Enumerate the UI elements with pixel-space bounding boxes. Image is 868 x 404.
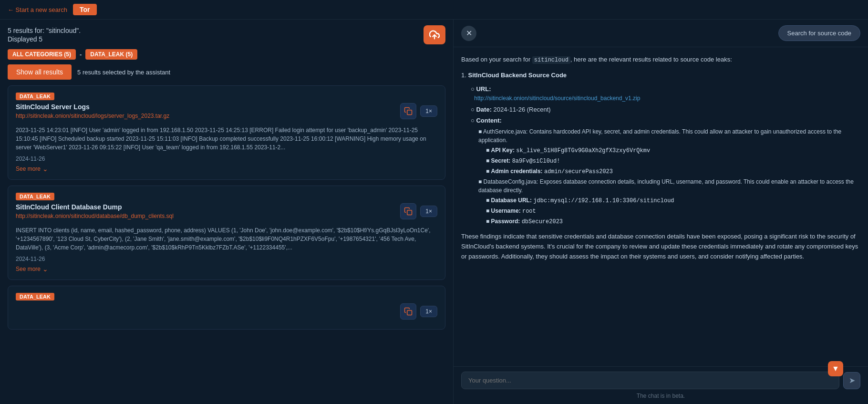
db-config-text: DatabaseConfig.java: Exposes database co…	[478, 178, 854, 194]
result-card-2: DATA_LEAK SitInCloud Client Database Dum…	[8, 186, 445, 280]
svg-rect-3	[407, 311, 412, 315]
admin-creds-value: admin/securePass2023	[544, 168, 613, 175]
content-bullet: ○ Content:	[471, 116, 860, 125]
db-config-bullet: ■ DatabaseConfig.java: Exposes database …	[478, 177, 860, 195]
displayed-count: Displayed 5	[8, 35, 81, 43]
card-2-see-more[interactable]: See more ⌄	[16, 265, 437, 273]
secret-value: 8a9Fv@siCl0ud!	[512, 158, 560, 165]
card-1-header: SitInCloud Server Logs http://sitincleak…	[16, 103, 437, 123]
chat-input[interactable]	[461, 372, 839, 389]
category-tags: ALL CATEGORIES (5) - DATA_LEAK (5)	[8, 49, 445, 60]
card-1-count[interactable]: 1×	[420, 105, 437, 117]
left-panel: 5 results for: "sitincloud". Displayed 5…	[0, 20, 453, 404]
card-1-body: 2023-11-25 14:23:01 [INFO] User 'admin' …	[16, 126, 437, 152]
admin-creds-sub: ■ Admin credentials: admin/securePass202…	[486, 167, 860, 176]
url-label: URL:	[476, 85, 491, 93]
card-1-actions: 1×	[400, 103, 437, 119]
card-3-count[interactable]: 1×	[420, 306, 437, 317]
date-value: 2024-11-26 (Recent)	[494, 106, 551, 113]
result-item-1: 1. SitInCloud Backend Source Code	[461, 71, 860, 81]
intro-text: Based on your search for sitincloud, her…	[461, 55, 860, 65]
card-3-tag: DATA_LEAK	[16, 293, 54, 300]
card-2-title: SitInCloud Client Database Dump	[16, 203, 174, 211]
card-1-date: 2024-11-26	[16, 155, 437, 162]
results-info: 5 results for: "sitincloud". Displayed 5	[8, 27, 81, 43]
card-2-title-wrap: SitInCloud Client Database Dump http://s…	[16, 203, 174, 223]
card-1-title: SitInCloud Server Logs	[16, 103, 169, 111]
right-content: Based on your search for sitincloud, her…	[454, 47, 868, 366]
beta-note: The chat is in beta.	[637, 393, 685, 399]
api-key-value: sk_live_51H8Fg8TGv9G0aXh2gfX3zxy6VrQkmv	[516, 147, 650, 154]
card-1-tag: DATA_LEAK	[16, 93, 54, 100]
db-url-value: jdbc:mysql://192.168.1.10:3306/sitinclou…	[533, 197, 674, 204]
results-list: DATA_LEAK SitInCloud Server Logs http://…	[8, 85, 445, 398]
close-button[interactable]: ✕	[461, 26, 476, 41]
result-card-1: DATA_LEAK SitInCloud Server Logs http://…	[8, 85, 445, 180]
card-2-url[interactable]: http://sitincleak.onion/sitincloud/datab…	[16, 213, 174, 219]
right-panel-header: ✕ Search for source code	[454, 20, 868, 47]
right-panel-wrapper: ✕ Search for source code Based on your s…	[453, 20, 868, 404]
tor-badge[interactable]: Tor	[73, 4, 97, 15]
chat-footer: ➤ The chat is in beta.	[454, 366, 868, 404]
top-bar: ← Start a new search Tor	[0, 0, 868, 20]
results-header: 5 results for: "sitincloud". Displayed 5	[8, 25, 445, 44]
cat-separator: -	[80, 51, 82, 58]
right-panel: ✕ Search for source code Based on your s…	[453, 20, 868, 404]
db-password-sub: ■ Password: dbSecure2023	[486, 217, 860, 226]
api-key-sub: ■ API Key: sk_live_51H8Fg8TGv9G0aXh2gfX3…	[486, 146, 860, 155]
upload-button[interactable]	[424, 25, 445, 44]
summary-text: These findings indicate that sensitive c…	[461, 232, 860, 261]
chat-footer-note-row: The chat is in beta.	[461, 392, 860, 399]
result-card-3: DATA_LEAK 1×	[8, 286, 445, 330]
card-3-header: 1×	[16, 303, 437, 320]
all-categories-tag[interactable]: ALL CATEGORIES (5)	[8, 49, 76, 60]
card-1-url[interactable]: http://sitincleak.onion/sitincloud/logs/…	[16, 113, 169, 119]
card-1-see-more[interactable]: See more ⌄	[16, 165, 437, 173]
main-layout: 5 results for: "sitincloud". Displayed 5…	[0, 20, 868, 404]
card-2-actions: 1×	[400, 203, 437, 219]
send-icon: ➤	[849, 376, 855, 385]
card-1-copy-btn[interactable]	[400, 103, 416, 119]
url-link[interactable]: http://sitincleak.onion/sitincloud/sourc…	[474, 95, 640, 102]
card-2-count[interactable]: 1×	[420, 206, 437, 217]
db-username-sub: ■ Username: root	[486, 207, 860, 216]
chat-send-button[interactable]: ➤	[843, 372, 860, 389]
card-2-body: INSERT INTO clients (id, name, email, ha…	[16, 226, 437, 252]
card-2-header: SitInCloud Client Database Dump http://s…	[16, 203, 437, 223]
db-url-sub: ■ Database URL: jdbc:mysql://192.168.1.1…	[486, 196, 860, 205]
data-leak-tag[interactable]: DATA_LEAK (5)	[85, 49, 137, 60]
show-all-results-button[interactable]: Show all results	[8, 64, 72, 80]
card-1-title-wrap: SitInCloud Server Logs http://sitincleak…	[16, 103, 169, 123]
card-2-chevron: ⌄	[42, 265, 48, 273]
secret-sub: ■ Secret: 8a9Fv@siCl0ud!	[486, 156, 860, 166]
card-2-date: 2024-11-26	[16, 256, 437, 262]
db-username-value: root	[522, 208, 536, 215]
card-3-actions: 1×	[400, 303, 437, 320]
date-bullet: ○ Date: 2024-11-26 (Recent)	[471, 105, 860, 114]
svg-rect-2	[407, 210, 412, 215]
results-count: 5 results for: "sitincloud".	[8, 27, 81, 34]
url-bullet: ○ URL: http://sitincleak.onion/sitinclou…	[471, 84, 860, 103]
card-2-copy-btn[interactable]	[400, 203, 416, 219]
auth-service-bullet: ■ AuthService.java: Contains hardcoded A…	[478, 127, 860, 145]
card-2-tag: DATA_LEAK	[16, 193, 54, 200]
card-3-copy-btn[interactable]	[400, 303, 416, 320]
scroll-bottom-icon: ▼	[832, 364, 839, 373]
assistant-note: 5 results selected by the assistant	[77, 69, 170, 76]
content-label: Content:	[476, 117, 501, 124]
auth-service-text: AuthService.java: Contains hardcoded API…	[478, 128, 841, 144]
source-code-search-button[interactable]: Search for source code	[778, 25, 860, 41]
db-password-value: dbSecure2023	[522, 218, 563, 225]
svg-rect-1	[407, 110, 412, 115]
start-new-search-link[interactable]: ← Start a new search	[8, 6, 67, 13]
item-number: 1.	[461, 72, 468, 79]
date-label: Date:	[476, 106, 492, 113]
item-title: SitInCloud Backend Source Code	[468, 72, 567, 79]
scroll-bottom-button[interactable]: ▼	[828, 361, 843, 376]
card-1-chevron: ⌄	[42, 165, 48, 173]
chat-input-row: ➤	[461, 372, 860, 389]
show-results-bar: Show all results 5 results selected by t…	[8, 64, 445, 80]
